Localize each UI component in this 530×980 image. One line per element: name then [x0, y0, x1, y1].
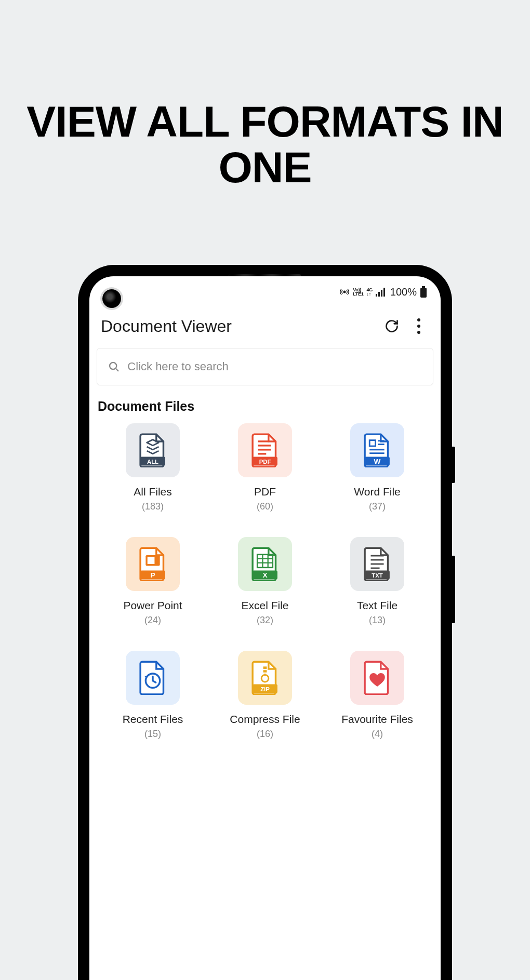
all-file-icon: ALL	[126, 423, 180, 477]
svg-rect-5	[422, 286, 425, 288]
excel-file-icon: X	[238, 537, 292, 591]
tile-count: (24)	[144, 615, 161, 626]
tile-count: (37)	[369, 501, 386, 512]
search-input[interactable]	[127, 360, 422, 373]
svg-text:PDF: PDF	[259, 459, 271, 465]
phone-side-button	[452, 447, 455, 483]
svg-text:ZIP: ZIP	[260, 686, 270, 692]
phone-frame: Vo)) LTE1 4G ↓↑ 100%	[78, 265, 452, 980]
svg-text:X: X	[262, 571, 267, 579]
tile-txt[interactable]: TXT Text File (13)	[321, 537, 433, 626]
tile-count: (13)	[369, 615, 386, 626]
tile-fav[interactable]: Favourite Files (4)	[321, 651, 433, 740]
pdf-file-icon: PDF	[238, 423, 292, 477]
tiles-grid: ALL All Files (183) PDF PDF (60) W Word …	[89, 423, 441, 740]
refresh-icon	[385, 319, 399, 333]
recent-file-icon	[126, 651, 180, 705]
tile-count: (60)	[257, 501, 273, 512]
status-4g: 4G ↓↑	[366, 288, 372, 296]
svg-rect-2	[378, 292, 380, 297]
tile-ppt[interactable]: P Power Point (24)	[97, 537, 209, 626]
svg-rect-1	[376, 294, 377, 297]
svg-rect-6	[420, 288, 427, 298]
tile-label: Text File	[357, 599, 398, 612]
more-icon	[417, 318, 420, 334]
search-icon	[108, 360, 120, 373]
svg-rect-42	[263, 666, 267, 669]
word-file-icon: W	[350, 423, 404, 477]
tile-label: Power Point	[123, 599, 182, 612]
screen: Vo)) LTE1 4G ↓↑ 100%	[89, 276, 441, 980]
svg-rect-43	[263, 670, 267, 673]
more-button[interactable]	[408, 316, 429, 337]
svg-rect-25	[148, 557, 155, 564]
tile-count: (4)	[372, 729, 383, 740]
app-title: Document Viewer	[101, 317, 375, 336]
svg-point-0	[343, 291, 346, 293]
search-bar[interactable]	[97, 348, 433, 385]
tile-label: Excel File	[241, 599, 288, 612]
tile-count: (183)	[142, 501, 164, 512]
battery-icon	[420, 286, 427, 298]
svg-text:ALL: ALL	[147, 459, 158, 465]
tile-word[interactable]: W Word File (37)	[321, 423, 433, 512]
tile-label: Word File	[354, 486, 400, 498]
section-title: Document Files	[89, 385, 441, 423]
tile-label: Favourite Files	[341, 713, 413, 726]
svg-rect-3	[381, 290, 382, 297]
status-battery-percent: 100%	[390, 286, 417, 298]
svg-line-8	[115, 368, 118, 371]
txt-file-icon: TXT	[350, 537, 404, 591]
svg-text:P: P	[150, 571, 155, 579]
tile-recent[interactable]: Recent Files (15)	[97, 651, 209, 740]
signal-icon	[376, 287, 386, 297]
tile-pdf[interactable]: PDF PDF (60)	[209, 423, 321, 512]
hotspot-icon	[339, 287, 350, 297]
tile-all[interactable]: ALL All Files (183)	[97, 423, 209, 512]
tile-label: Compress File	[230, 713, 300, 726]
tile-label: All Files	[134, 486, 172, 498]
tile-zip[interactable]: ZIP Compress File (16)	[209, 651, 321, 740]
status-volte: Vo)) LTE1	[353, 288, 363, 296]
svg-text:TXT: TXT	[372, 572, 383, 579]
fav-file-icon	[350, 651, 404, 705]
tile-count: (32)	[257, 615, 273, 626]
zip-file-icon: ZIP	[238, 651, 292, 705]
tile-label: Recent Files	[123, 713, 183, 726]
svg-rect-4	[383, 288, 385, 297]
camera-hole	[102, 289, 121, 308]
status-bar: Vo)) LTE1 4G ↓↑ 100%	[89, 276, 441, 307]
app-bar: Document Viewer	[89, 307, 441, 348]
tile-count: (15)	[144, 729, 161, 740]
svg-text:W: W	[374, 458, 381, 465]
tile-excel[interactable]: X Excel File (32)	[209, 537, 321, 626]
ppt-file-icon: P	[126, 537, 180, 591]
phone-side-button	[452, 556, 455, 623]
refresh-button[interactable]	[381, 316, 402, 337]
tile-count: (16)	[257, 729, 273, 740]
tile-label: PDF	[254, 486, 276, 498]
promo-headline: VIEW ALL FORMATS IN ONE	[0, 0, 530, 190]
